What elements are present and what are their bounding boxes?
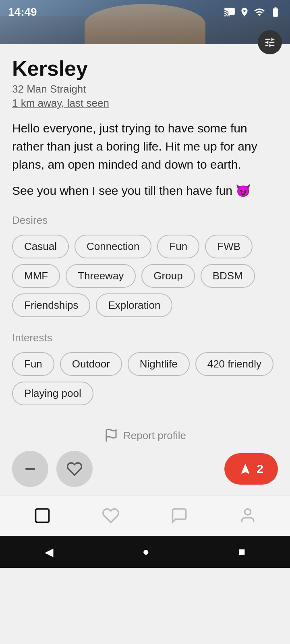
- desire-tag: Fun: [157, 235, 199, 258]
- profile-meta: 32 Man Straight: [12, 83, 278, 95]
- desire-tag: Exploration: [96, 293, 172, 317]
- back-button[interactable]: ◀: [45, 545, 54, 559]
- battery-icon: [269, 6, 282, 18]
- desires-section: Desires CasualConnectionFunFWBMMFThreewa…: [12, 214, 278, 317]
- desire-tag: Friendships: [12, 293, 90, 317]
- nav-profile[interactable]: [232, 500, 264, 532]
- desire-tag: FWB: [205, 235, 253, 258]
- profile-content: Kersley 32 Man Straight 1 km away, last …: [0, 44, 290, 405]
- nav-browse[interactable]: [26, 500, 58, 532]
- matches-icon: [102, 507, 120, 524]
- desire-tag: MMF: [12, 264, 60, 288]
- boost-button[interactable]: 2: [224, 453, 278, 485]
- filter-button[interactable]: [258, 30, 282, 54]
- report-profile-label[interactable]: Report profile: [123, 429, 186, 442]
- interest-tag: Nightlife: [128, 352, 190, 376]
- recents-button[interactable]: ■: [238, 545, 245, 558]
- cast-icon: [224, 6, 235, 18]
- nav-matches[interactable]: [95, 500, 127, 532]
- desire-tag: Casual: [12, 235, 69, 258]
- like-button[interactable]: [56, 451, 93, 487]
- desire-tag: Group: [141, 264, 195, 288]
- actions-row: 2: [0, 447, 290, 495]
- location-icon: [239, 7, 250, 17]
- profile-tagline: See you when I see you till then have fu…: [12, 182, 278, 200]
- desire-tag: BDSM: [201, 264, 255, 288]
- desire-tag: Threeway: [66, 264, 136, 288]
- interest-tag: Outdoor: [60, 352, 122, 376]
- interests-tags: FunOutdoorNightlife420 friendlyPlaying p…: [12, 352, 278, 405]
- svg-rect-2: [36, 509, 49, 522]
- last-seen-link[interactable]: last seen: [67, 97, 109, 109]
- boost-count: 2: [257, 462, 263, 476]
- nav-bar: [0, 495, 290, 536]
- report-icon: [104, 428, 118, 443]
- interest-tag: 420 friendly: [195, 352, 273, 376]
- status-time: 14:49: [8, 6, 37, 19]
- interests-section: Interests FunOutdoorNightlife420 friendl…: [12, 332, 278, 405]
- svg-point-3: [245, 509, 251, 515]
- boost-icon: [239, 462, 252, 475]
- profile-icon: [239, 507, 257, 524]
- profile-bio: Hello everyone, just trying to have some…: [12, 119, 278, 173]
- wifi-icon: [254, 6, 265, 18]
- messages-icon: [170, 507, 188, 524]
- dislike-button[interactable]: [12, 451, 48, 487]
- desires-tags: CasualConnectionFunFWBMMFThreewayGroupBD…: [12, 235, 278, 317]
- home-button[interactable]: ●: [143, 545, 149, 558]
- bottom-actions: Report profile 2: [0, 420, 290, 495]
- desires-label: Desires: [12, 214, 278, 227]
- interests-label: Interests: [12, 332, 278, 344]
- desire-tag: Connection: [75, 235, 152, 258]
- android-nav: ◀ ● ■: [0, 536, 290, 568]
- profile-distance: 1 km away, last seen: [12, 97, 278, 109]
- left-actions: [12, 451, 93, 487]
- status-bar: 14:49: [0, 0, 290, 24]
- report-row: Report profile: [0, 420, 290, 447]
- interest-tag: Fun: [12, 352, 54, 376]
- profile-name: Kersley: [12, 56, 278, 80]
- browse-icon: [33, 507, 51, 524]
- nav-messages[interactable]: [163, 500, 195, 532]
- interest-tag: Playing pool: [12, 382, 93, 405]
- status-icons: [224, 6, 282, 18]
